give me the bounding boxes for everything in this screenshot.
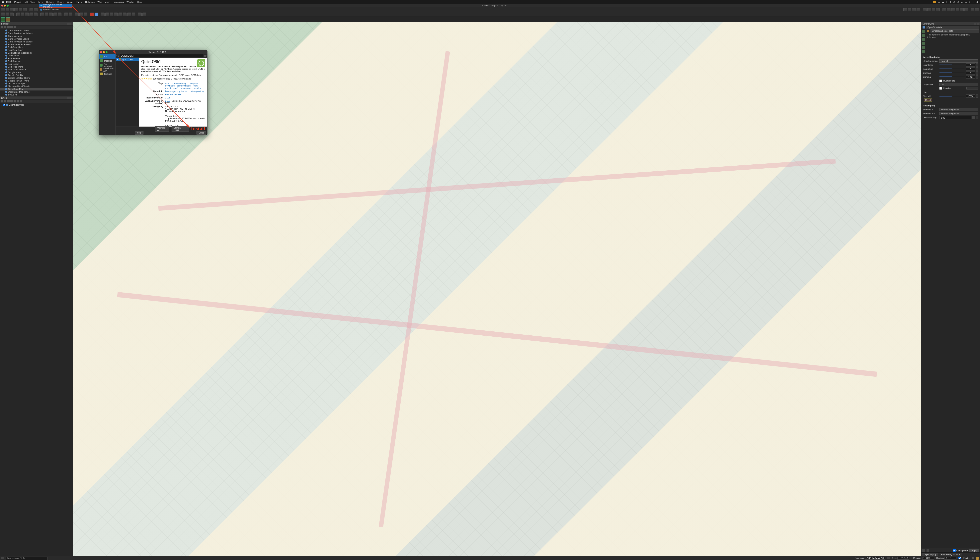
layer-row[interactable]: ▸ OpenStreetMap xyxy=(1,103,72,107)
oversampling-reset-icon[interactable] xyxy=(972,116,975,119)
rendering-tab-icon[interactable] xyxy=(922,42,925,45)
pan-button[interactable] xyxy=(30,8,33,12)
plugin-tag-link[interactable]: pbf xyxy=(174,87,177,89)
coord-toggle-icon[interactable] xyxy=(887,557,890,559)
toggle-editing-button[interactable] xyxy=(17,13,20,16)
traffic-lights[interactable] xyxy=(1,5,8,7)
map-tips-button[interactable] xyxy=(975,8,979,12)
statistics-button[interactable] xyxy=(956,8,959,12)
sidebar-item-all[interactable]: All xyxy=(99,54,115,58)
menubar-menus[interactable]: QGIS ProjectEditView LayerSettingsPlugin… xyxy=(6,1,142,3)
undo-button[interactable] xyxy=(64,13,68,16)
battery-icon[interactable]: ▭ xyxy=(965,1,967,3)
copy-features-button[interactable] xyxy=(54,13,57,16)
annotations-button[interactable] xyxy=(971,8,974,12)
sidebar-item-install-zip[interactable]: Install from ZIP xyxy=(99,67,115,72)
blending-combo[interactable]: Normal xyxy=(939,59,978,63)
gamma-value[interactable]: 1.00 xyxy=(966,75,975,78)
strength-value[interactable]: 100% xyxy=(966,95,975,98)
time-button[interactable] xyxy=(912,8,916,12)
reset-button[interactable]: Reset xyxy=(924,98,932,102)
layers-visibility-button[interactable] xyxy=(13,100,16,102)
cloud-icon[interactable]: ☁︎ xyxy=(942,1,944,3)
plugin-extra-7[interactable] xyxy=(127,13,131,16)
panel-undock-icon[interactable] xyxy=(67,23,69,25)
layer-expand-icon[interactable]: ▸ xyxy=(1,103,2,106)
add-vector-layer-button[interactable] xyxy=(1,13,5,16)
contrast-spinner[interactable] xyxy=(976,71,978,75)
snapping-button[interactable] xyxy=(75,13,79,16)
browser-item[interactable]: Google Satellite Hybrid xyxy=(0,77,73,79)
pyramids-tab-icon[interactable] xyxy=(922,46,925,49)
colorize-color[interactable] xyxy=(967,87,978,90)
magnifier-input[interactable] xyxy=(922,557,934,560)
history-back-icon[interactable] xyxy=(922,549,925,552)
browser-item[interactable]: Carto Positron Labels xyxy=(0,29,73,32)
zoom-out-combo[interactable]: Nearest Neighbour xyxy=(939,112,978,115)
delete-selected-button[interactable] xyxy=(45,13,48,16)
browser-item[interactable]: Google Satellite xyxy=(0,74,73,77)
history-tab-icon[interactable] xyxy=(922,50,925,53)
sidebar-item-settings[interactable]: Settings xyxy=(99,72,115,76)
layers-group-button[interactable] xyxy=(10,100,13,102)
browser-tree[interactable]: Carto Positron LabelsCarto Positron No L… xyxy=(0,29,73,97)
browser-item[interactable]: Esri Transportation xyxy=(0,68,73,71)
browser-item[interactable]: Esri Satellite xyxy=(0,57,73,60)
clear-search-icon[interactable] xyxy=(204,55,206,57)
plugin-tag-link[interactable]: josm xyxy=(193,85,197,87)
gamma-slider[interactable] xyxy=(939,77,965,77)
messages-icon[interactable] xyxy=(976,557,979,560)
strength-spinner[interactable] xyxy=(976,95,978,98)
renderer-combo[interactable]: Singleband color data xyxy=(930,29,979,32)
select-button[interactable] xyxy=(923,8,926,12)
grayscale-combo[interactable]: Off xyxy=(939,83,978,86)
colorize-checkbox[interactable] xyxy=(939,87,942,90)
open-project-button[interactable] xyxy=(6,8,9,12)
plugin-extra-9[interactable] xyxy=(142,13,146,16)
browser-item[interactable]: Esri Ocean xyxy=(0,54,73,57)
plugin-extra-6[interactable] xyxy=(123,13,127,16)
move-feature-button[interactable] xyxy=(40,13,44,16)
plugin-tag-link[interactable]: osm xyxy=(165,82,169,85)
layers-expand-button[interactable] xyxy=(7,100,10,102)
panel-close-icon[interactable] xyxy=(69,23,72,25)
layers-remove-button[interactable] xyxy=(20,100,22,102)
crs-button[interactable] xyxy=(972,557,974,559)
print-layout-button[interactable] xyxy=(19,8,22,12)
installed-version-link[interactable]: 2.2.3 xyxy=(165,97,170,99)
browser-item[interactable]: Carto Voyager No Labels xyxy=(0,40,73,43)
sidebar-item-not-installed[interactable]: Not installed xyxy=(99,63,115,67)
identify-button[interactable] xyxy=(903,8,907,12)
uninstall-plugin-button[interactable]: Uninstall Plugin xyxy=(172,126,189,132)
layers-undock-icon[interactable] xyxy=(67,97,69,99)
menu-item-manage-plugins[interactable]: Manage and Install Plugins… xyxy=(39,4,72,7)
layers-close-icon[interactable] xyxy=(69,97,72,99)
tab-processing-toolbox[interactable]: Processing Toolbox xyxy=(940,553,962,556)
plugin-extra-2[interactable] xyxy=(105,13,109,16)
layer-visibility-checkbox[interactable] xyxy=(3,104,5,106)
quickosm-button-2[interactable] xyxy=(6,17,10,22)
layer-name[interactable]: OpenStreetMap xyxy=(9,103,24,106)
browser-item[interactable]: Mapzen Global Terrain xyxy=(0,85,73,88)
field-calc-button[interactable] xyxy=(960,8,963,12)
browser-refresh-button[interactable] xyxy=(4,26,7,28)
plugin-moreinfo-link[interactable]: code repository xyxy=(189,90,204,92)
display-icon[interactable]: ▭ xyxy=(938,1,940,3)
layers-expression-button[interactable] xyxy=(17,100,19,102)
brightness-value[interactable]: 0 xyxy=(966,63,975,67)
sync-icon[interactable]: ⟳ xyxy=(950,1,951,3)
refresh-button[interactable] xyxy=(916,8,920,12)
browser-item[interactable]: Esri Gray (light) xyxy=(0,48,73,52)
bluetooth-icon[interactable]: ᛒ xyxy=(946,1,948,3)
brightness-spinner[interactable] xyxy=(976,63,978,67)
search-icon[interactable]: ⚲ xyxy=(969,1,970,3)
history-fwd-icon[interactable] xyxy=(926,549,929,552)
locator-icon[interactable] xyxy=(1,557,3,559)
styling-tab-icons[interactable] xyxy=(921,29,926,54)
histogram-tab-icon[interactable] xyxy=(922,38,925,41)
status-orange-icon[interactable] xyxy=(933,1,936,3)
new-project-button[interactable] xyxy=(1,8,5,12)
styling-undock-icon[interactable] xyxy=(974,23,977,25)
locator-input[interactable]: Type to locate (⌘K) xyxy=(6,557,47,560)
add-line-button[interactable] xyxy=(30,13,33,16)
